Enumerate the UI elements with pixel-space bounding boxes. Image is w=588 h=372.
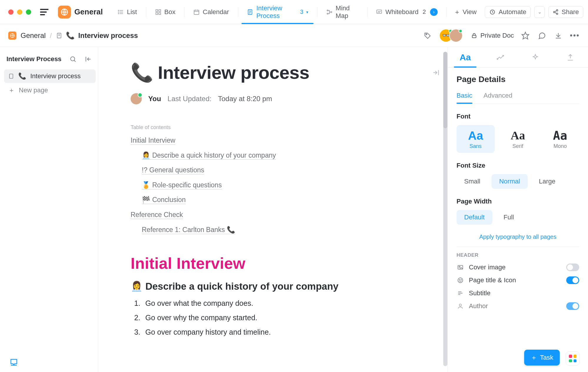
new-page-button[interactable]: ＋ New page bbox=[4, 83, 96, 98]
font-option-mono[interactable]: Aa Mono bbox=[541, 125, 579, 153]
page-tree-panel: Interview Process 📞 Interview process ＋ … bbox=[0, 47, 98, 372]
globe-icon bbox=[58, 6, 71, 19]
automate-dropdown[interactable]: ⌄ bbox=[534, 6, 545, 18]
toc-link[interactable]: 👩‍💼 Describe a quick history of your com… bbox=[142, 151, 276, 160]
svg-rect-11 bbox=[194, 10, 199, 14]
add-view-button[interactable]: ＋ View bbox=[450, 6, 480, 18]
automate-icon bbox=[489, 9, 496, 15]
view-list[interactable]: List bbox=[112, 0, 142, 24]
more-options-icon[interactable]: ••• bbox=[570, 31, 580, 41]
page-width-full[interactable]: Full bbox=[496, 210, 522, 225]
toc-link[interactable]: !? General questions bbox=[142, 166, 204, 174]
font-label-sans: Sans bbox=[458, 143, 494, 149]
author-toggle[interactable] bbox=[566, 302, 579, 310]
avatar bbox=[449, 29, 463, 42]
minimize-window-icon[interactable] bbox=[17, 9, 22, 15]
chevron-down-icon[interactable]: ▾ bbox=[306, 10, 308, 14]
expand-right-panel-icon[interactable] bbox=[432, 69, 440, 76]
inbox-icon[interactable] bbox=[9, 358, 18, 367]
author-avatar[interactable] bbox=[131, 93, 142, 104]
crumb-page[interactable]: 📞 Interview process bbox=[56, 31, 138, 40]
new-task-button[interactable]: ＋ Task bbox=[524, 350, 560, 366]
crumb-emoji: 📞 bbox=[66, 31, 75, 40]
toc-link[interactable]: Reference Check bbox=[131, 211, 183, 219]
maximize-window-icon[interactable] bbox=[26, 9, 31, 15]
svg-rect-8 bbox=[159, 9, 160, 11]
apps-launcher-icon[interactable] bbox=[566, 351, 580, 366]
scrollbar[interactable] bbox=[443, 52, 447, 366]
subtitle-icon bbox=[457, 289, 464, 297]
apply-typography-link[interactable]: Apply typography to all pages bbox=[457, 233, 579, 240]
page-title-text: Interview process bbox=[158, 62, 309, 83]
automate-button[interactable]: Automate bbox=[485, 6, 531, 18]
font-size-large[interactable]: Large bbox=[531, 174, 563, 189]
toc-link[interactable]: 🏁 Conclusion bbox=[142, 196, 186, 204]
tab-export[interactable] bbox=[553, 47, 588, 67]
toc-link[interactable]: 🏅 Role-specific questions bbox=[142, 181, 222, 189]
list-item[interactable]: Go over company history and timeline. bbox=[142, 325, 412, 339]
box-icon bbox=[155, 9, 161, 15]
list-item[interactable]: Go over what the company does. bbox=[142, 296, 412, 311]
toc-link[interactable]: Initial Interview bbox=[131, 136, 175, 145]
header-option-author: Author bbox=[457, 302, 579, 310]
sub-tab-advanced[interactable]: Advanced bbox=[484, 92, 512, 104]
ordered-list[interactable]: Go over what the company does. Go over w… bbox=[131, 296, 412, 339]
font-sample: Aa bbox=[542, 130, 578, 141]
font-size-small[interactable]: Small bbox=[457, 174, 488, 189]
sub-tab-basic[interactable]: Basic bbox=[457, 92, 472, 104]
hamburger-menu-icon[interactable] bbox=[40, 9, 49, 15]
presence-avatars[interactable]: 👓 bbox=[439, 29, 463, 42]
view-mindmap[interactable]: Mind Map bbox=[321, 0, 363, 24]
collapse-panel-icon[interactable] bbox=[83, 54, 93, 64]
tab-relationships[interactable] bbox=[483, 47, 518, 67]
privacy-indicator[interactable]: Private Doc bbox=[471, 32, 514, 39]
tab-typography[interactable]: Aa bbox=[448, 47, 483, 67]
tab-ai[interactable] bbox=[518, 47, 553, 67]
tag-icon[interactable] bbox=[423, 31, 433, 41]
space-mini-icon[interactable] bbox=[8, 31, 16, 40]
subsection-heading[interactable]: 👩‍💼 Describe a quick history of your com… bbox=[131, 281, 412, 292]
title-icon-toggle[interactable] bbox=[566, 276, 579, 284]
page-title[interactable]: 📞 Interview process bbox=[131, 62, 412, 83]
view-box[interactable]: Box bbox=[150, 0, 181, 24]
toc-link[interactable]: Reference 1: Carlton Banks 📞 bbox=[142, 226, 235, 234]
font-size-normal[interactable]: Normal bbox=[492, 174, 528, 189]
view-calendar[interactable]: Calendar bbox=[188, 0, 234, 24]
svg-marker-35 bbox=[522, 32, 529, 39]
share-button[interactable]: Share bbox=[548, 6, 583, 18]
space-chip[interactable]: General bbox=[58, 6, 103, 19]
star-icon[interactable] bbox=[520, 31, 530, 41]
comment-icon[interactable] bbox=[537, 31, 547, 41]
user-icon bbox=[457, 302, 464, 310]
svg-line-28 bbox=[555, 12, 557, 13]
font-option-sans[interactable]: Aa Sans bbox=[457, 125, 495, 153]
document-area: 📞 Interview process You Last Updated: To… bbox=[98, 47, 447, 372]
toc-heading: Table of contents bbox=[131, 124, 412, 131]
cover-image-label: Cover image bbox=[469, 263, 506, 271]
header-option-cover: Cover image bbox=[457, 263, 579, 271]
window-controls bbox=[8, 9, 31, 15]
page-width-default[interactable]: Default bbox=[457, 210, 492, 225]
add-view-label: View bbox=[463, 8, 477, 16]
search-icon[interactable] bbox=[68, 54, 78, 64]
font-option-serif[interactable]: Aa Serif bbox=[499, 125, 537, 153]
crumb-space[interactable]: General bbox=[21, 31, 46, 40]
font-selector: Aa Sans Aa Serif Aa Mono bbox=[457, 125, 579, 153]
list-item[interactable]: Go over why the company started. bbox=[142, 311, 412, 325]
svg-rect-40 bbox=[9, 74, 13, 79]
section-heading[interactable]: Initial Interview bbox=[131, 254, 412, 272]
subtitle-label: Subtitle bbox=[469, 289, 490, 297]
page-tree-title: Interview Process bbox=[6, 55, 63, 63]
view-list-label: List bbox=[127, 8, 137, 16]
scroll-views-right-icon[interactable]: › bbox=[430, 8, 438, 16]
page-meta: You Last Updated: Today at 8:20 pm bbox=[131, 93, 412, 104]
close-window-icon[interactable] bbox=[8, 9, 14, 15]
page-tree-item[interactable]: 📞 Interview process bbox=[4, 69, 96, 83]
calendar-icon bbox=[193, 9, 200, 15]
view-whiteboard[interactable]: Whiteboard 2 › bbox=[371, 0, 443, 24]
view-interview-process[interactable]: Interview Process 3 ▾ bbox=[241, 0, 314, 24]
download-icon[interactable] bbox=[553, 31, 563, 41]
view-interview-label: Interview Process bbox=[256, 4, 296, 20]
last-updated-label: Last Updated: bbox=[168, 95, 211, 103]
cover-image-toggle[interactable] bbox=[566, 263, 579, 271]
